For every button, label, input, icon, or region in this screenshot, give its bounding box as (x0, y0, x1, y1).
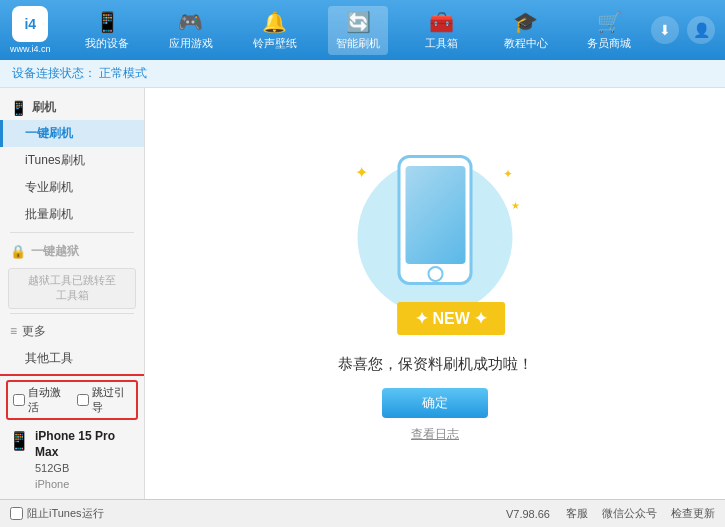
sidebar-jailbreak-header: 🔒 一键越狱 (0, 237, 144, 264)
sidebar-divider-1 (10, 232, 134, 233)
device-type: iPhone (35, 477, 136, 492)
locked-notice-text: 越狱工具已跳转至工具箱 (28, 274, 116, 301)
one-key-flash-label: 一键刷机 (25, 126, 73, 140)
phone-home-btn (427, 266, 443, 281)
footer-bar: 阻止iTunes运行 V7.98.66 客服 微信公众号 检查更新 (0, 499, 725, 527)
sidebar-other-tools[interactable]: 其他工具 (0, 345, 144, 372)
nav-my-device[interactable]: 📱 我的设备 (77, 6, 137, 55)
batch-flash-label: 批量刷机 (25, 207, 73, 221)
merchant-icon: 🛒 (597, 10, 622, 34)
content-area: ✦ ✦ ★ ✦ NEW ✦ 恭喜您，保资料刷机成功啦！ 确定 查看日志 (145, 88, 725, 499)
header: i4 www.i4.cn 📱 我的设备 🎮 应用游戏 🔔 铃声壁纸 🔄 智能刷机… (0, 0, 725, 60)
footer-links: 客服 微信公众号 检查更新 (566, 506, 715, 521)
checkbox-highlight-box: 自动激活 跳过引导 (6, 380, 138, 420)
lock-icon: 🔒 (10, 244, 26, 259)
logo-area: i4 www.i4.cn (10, 6, 51, 54)
device-row: 📱 iPhone 15 Pro Max 512GB iPhone (6, 425, 138, 495)
device-phone-icon: 📱 (8, 430, 30, 452)
sidebar-pro-flash[interactable]: 专业刷机 (0, 174, 144, 201)
guide-text: 跳过引导 (92, 385, 131, 415)
sparkle-right: ✦ (503, 167, 513, 181)
ringtone-icon: 🔔 (262, 10, 287, 34)
nav-merchant-label: 务员商城 (587, 36, 631, 51)
itunes-checkbox[interactable] (10, 507, 23, 520)
status-label: 设备连接状态： (12, 65, 96, 82)
sidebar-one-key-flash[interactable]: 一键刷机 (0, 120, 144, 147)
log-link[interactable]: 查看日志 (411, 426, 459, 443)
more-label: 更多 (22, 323, 46, 340)
logo-url: www.i4.cn (10, 44, 51, 54)
sparkle-small: ★ (511, 200, 520, 211)
nav-apps-label: 应用游戏 (169, 36, 213, 51)
locked-notice: 越狱工具已跳转至工具箱 (8, 268, 136, 309)
nav-toolbox-label: 工具箱 (425, 36, 458, 51)
footer-client[interactable]: 客服 (566, 506, 588, 521)
new-ribbon: ✦ NEW ✦ (397, 302, 505, 335)
nav-smart-flash-label: 智能刷机 (336, 36, 380, 51)
sidebar: 📱 刷机 一键刷机 iTunes刷机 专业刷机 批量刷机 🔒 一键越狱 (0, 88, 145, 499)
sidebar-itunes-flash[interactable]: iTunes刷机 (0, 147, 144, 174)
nav-ringtones[interactable]: 🔔 铃声壁纸 (245, 6, 305, 55)
my-device-icon: 📱 (95, 10, 120, 34)
itunes-check[interactable]: 阻止iTunes运行 (10, 506, 104, 521)
smart-flash-icon: 🔄 (346, 10, 371, 34)
auto-activate-text: 自动激活 (28, 385, 67, 415)
nav-tutorial-label: 教程中心 (504, 36, 548, 51)
device-size: 512GB (35, 461, 136, 476)
nav-apps-games[interactable]: 🎮 应用游戏 (161, 6, 221, 55)
version-text: V7.98.66 (506, 508, 550, 520)
nav-ringtone-label: 铃声壁纸 (253, 36, 297, 51)
more-icon: ≡ (10, 324, 17, 338)
user-button[interactable]: 👤 (687, 16, 715, 44)
nav-smart-flash[interactable]: 🔄 智能刷机 (328, 6, 388, 55)
success-message: 恭喜您，保资料刷机成功啦！ (338, 355, 533, 374)
nav-toolbox[interactable]: 🧰 工具箱 (412, 6, 472, 55)
sidebar-more-header: ≡ 更多 (0, 318, 144, 345)
flash-section-icon: 📱 (10, 100, 27, 116)
apps-icon: 🎮 (178, 10, 203, 34)
success-illustration: ✦ ✦ ★ ✦ NEW ✦ (325, 145, 545, 345)
pro-flash-label: 专业刷机 (25, 180, 73, 194)
status-bar: 设备连接状态： 正常模式 (0, 60, 725, 88)
tutorial-icon: 🎓 (513, 10, 538, 34)
confirm-button[interactable]: 确定 (382, 388, 488, 418)
nav-merchant[interactable]: 🛒 务员商城 (579, 6, 639, 55)
device-details: iPhone 15 Pro Max 512GB iPhone (35, 428, 136, 492)
itunes-label: 阻止iTunes运行 (27, 506, 104, 521)
main-layout: 📱 刷机 一键刷机 iTunes刷机 专业刷机 批量刷机 🔒 一键越狱 (0, 88, 725, 499)
sidebar-batch-flash[interactable]: 批量刷机 (0, 201, 144, 228)
logo-icon: i4 (12, 6, 48, 42)
itunes-flash-label: iTunes刷机 (25, 153, 85, 167)
guide-label[interactable]: 跳过引导 (77, 385, 131, 415)
status-value: 正常模式 (99, 65, 147, 82)
device-name: iPhone 15 Pro Max (35, 428, 136, 462)
guide-checkbox[interactable] (77, 394, 89, 406)
phone-shape (398, 155, 473, 285)
sidebar-flash-header: 📱 刷机 (0, 93, 144, 120)
auto-activate-label[interactable]: 自动激活 (13, 385, 67, 415)
jailbreak-label: 一键越狱 (31, 243, 79, 260)
sidebar-device-area: 自动激活 跳过引导 📱 iPhone 15 Pro Max 512GB iPho… (0, 374, 144, 499)
footer-wechat[interactable]: 微信公众号 (602, 506, 657, 521)
download-button[interactable]: ⬇ (651, 16, 679, 44)
sparkle-left: ✦ (355, 163, 368, 182)
header-right: ⬇ 👤 (651, 16, 715, 44)
other-tools-label: 其他工具 (25, 351, 73, 365)
new-ribbon-text: ✦ NEW ✦ (415, 310, 487, 327)
nav-tutorial[interactable]: 🎓 教程中心 (496, 6, 556, 55)
sidebar-flash-label: 刷机 (32, 99, 56, 116)
sidebar-divider-2 (10, 313, 134, 314)
toolbox-icon: 🧰 (429, 10, 454, 34)
phone-screen (405, 166, 465, 265)
nav-tabs: 📱 我的设备 🎮 应用游戏 🔔 铃声壁纸 🔄 智能刷机 🧰 工具箱 🎓 教程中心… (66, 6, 651, 55)
footer-check-update[interactable]: 检查更新 (671, 506, 715, 521)
auto-activate-checkbox[interactable] (13, 394, 25, 406)
nav-my-device-label: 我的设备 (85, 36, 129, 51)
